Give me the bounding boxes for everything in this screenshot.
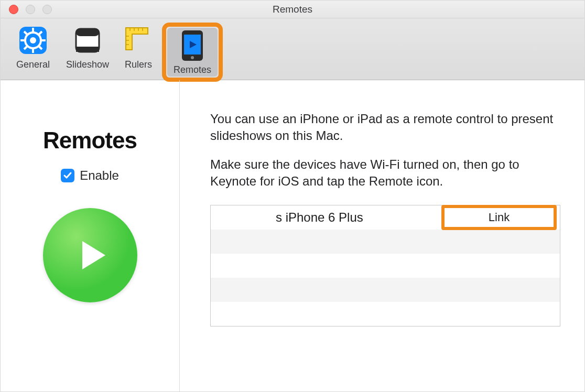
minimize-window-button[interactable] (26, 5, 35, 14)
main-panel: You can use an iPhone or iPad as a remot… (180, 80, 584, 391)
preferences-toolbar: General Slideshow (1, 18, 584, 80)
tab-slideshow[interactable]: Slideshow (60, 23, 115, 71)
panel-heading: Remotes (43, 127, 137, 154)
remote-device-icon (176, 29, 209, 62)
titlebar: Remotes (1, 1, 584, 18)
ruler-icon (122, 24, 155, 57)
device-list: s iPhone 6 Plus Link (210, 205, 560, 326)
link-button[interactable]: Link (445, 208, 554, 227)
zoom-window-button[interactable] (42, 5, 52, 14)
device-name: s iPhone 6 Plus (276, 210, 363, 225)
checkmark-icon (63, 171, 72, 180)
slideshow-icon (71, 24, 104, 57)
device-row-empty (211, 302, 560, 326)
preferences-window: Remotes General (0, 0, 585, 392)
tab-label: Slideshow (66, 59, 109, 70)
link-button-highlight: Link (441, 205, 557, 230)
enable-row: Enable (61, 168, 119, 183)
device-row: s iPhone 6 Plus Link (211, 205, 560, 230)
sidebar-panel: Remotes Enable (1, 80, 180, 391)
enable-label: Enable (80, 168, 119, 183)
gear-icon (16, 24, 50, 57)
close-window-button[interactable] (9, 5, 18, 14)
description-paragraph-1: You can use an iPhone or iPad as a remot… (210, 111, 560, 145)
svg-marker-26 (82, 241, 105, 269)
svg-marker-14 (126, 28, 148, 50)
description-paragraph-2: Make sure the devices have Wi-Fi turned … (210, 156, 560, 190)
device-row-empty (211, 278, 560, 302)
device-row-empty (211, 230, 560, 254)
play-button[interactable] (43, 208, 137, 302)
window-title: Remotes (1, 4, 584, 15)
tab-remotes-highlight: Remotes (162, 23, 223, 82)
svg-rect-13 (76, 47, 99, 52)
tab-rulers[interactable]: Rulers (115, 23, 162, 71)
tab-remotes[interactable]: Remotes (167, 28, 218, 77)
device-row-empty (211, 254, 560, 278)
content-area: Remotes Enable You can use an iPhone or … (1, 80, 584, 391)
traffic-lights (9, 5, 52, 14)
svg-rect-12 (76, 29, 99, 36)
enable-checkbox[interactable] (61, 169, 74, 182)
tab-general[interactable]: General (6, 23, 60, 71)
svg-point-10 (30, 37, 36, 43)
tab-label: General (16, 59, 50, 70)
tab-label: Remotes (174, 64, 211, 75)
svg-point-25 (191, 56, 194, 59)
tab-label: Rulers (125, 59, 152, 70)
play-icon (67, 232, 114, 279)
